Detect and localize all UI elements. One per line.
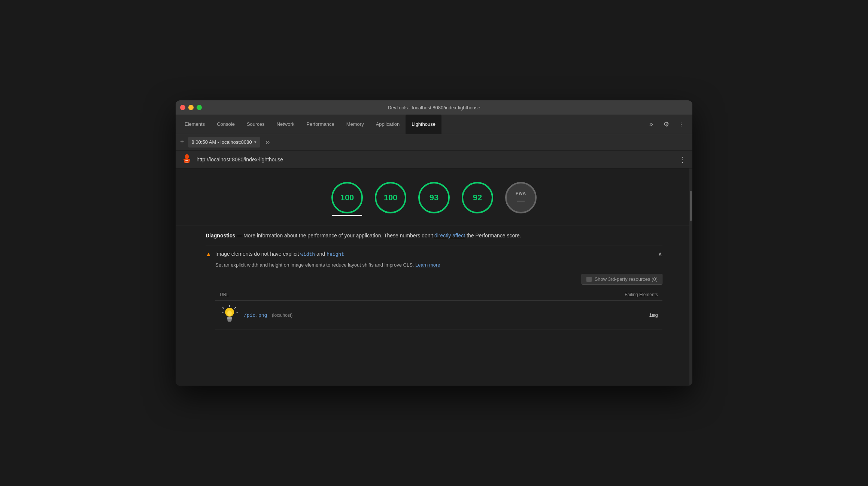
score-seo: 92 xyxy=(462,182,493,216)
devtools-more-button[interactable]: ⋮ xyxy=(676,119,686,130)
warning-and: and xyxy=(316,251,325,257)
score-circle-seo[interactable]: 92 xyxy=(462,182,493,213)
warning-title-text: Image elements do not have explicit widt… xyxy=(215,251,654,257)
svg-rect-3 xyxy=(185,162,188,162)
col-url-header: URL xyxy=(215,289,510,301)
tab-network[interactable]: Network xyxy=(271,115,301,134)
tab-sources[interactable]: Sources xyxy=(241,115,271,134)
score-circle-accessibility[interactable]: 100 xyxy=(375,182,406,213)
traffic-lights xyxy=(180,105,202,110)
table-header-row: URL Failing Elements xyxy=(215,289,662,301)
window-title: DevTools - localhost:8080/index-lighthou… xyxy=(388,105,480,110)
score-circle-performance[interactable]: 100 xyxy=(331,182,363,213)
score-circle-pwa[interactable]: PWA — xyxy=(505,182,537,213)
score-underline xyxy=(332,215,362,216)
diagnostics-description: Diagnostics — More information about the… xyxy=(206,231,662,240)
table-row: /pic.png (localhost) img xyxy=(215,301,662,329)
col-failing-header: Failing Elements xyxy=(510,289,662,301)
add-tab-button[interactable]: + xyxy=(180,138,184,146)
diagnostics-separator: — xyxy=(237,233,243,239)
svg-rect-13 xyxy=(227,320,232,321)
warning-body: Set an explicit width and height on imag… xyxy=(206,258,662,329)
lighthouse-more-button[interactable]: ⋮ xyxy=(679,155,686,164)
minimize-button[interactable] xyxy=(188,105,194,110)
gear-icon: ⚙ xyxy=(663,120,669,128)
scrollbar-thumb[interactable] xyxy=(690,191,692,221)
scrollbar-track xyxy=(689,168,692,386)
tab-application[interactable]: Application xyxy=(370,115,406,134)
thumbnail-cell: /pic.png (localhost) xyxy=(220,304,506,325)
close-button[interactable] xyxy=(180,105,185,110)
resource-table: URL Failing Elements xyxy=(215,289,662,329)
settings-button[interactable]: ⚙ xyxy=(661,119,671,130)
svg-marker-1 xyxy=(183,159,190,163)
warning-triangle-icon: ▲ xyxy=(206,251,212,258)
show-third-party-checkbox[interactable]: Show 3rd-party resources (0) xyxy=(582,274,662,285)
warning-title-row: ▲ Image elements do not have explicit wi… xyxy=(206,250,662,258)
lighthouse-url-text: http://localhost:8080/index-lighthouse xyxy=(197,157,679,162)
tab-performance[interactable]: Performance xyxy=(300,115,340,134)
score-row: 100 100 93 92 PWA xyxy=(176,176,692,225)
score-performance: 100 xyxy=(331,182,363,216)
warning-item: ▲ Image elements do not have explicit wi… xyxy=(206,246,662,334)
tab-memory[interactable]: Memory xyxy=(340,115,370,134)
score-circle-best-practices[interactable]: 93 xyxy=(418,182,450,213)
lighthouse-url-bar: http://localhost:8080/index-lighthouse ⋮ xyxy=(176,151,692,168)
resource-failing-cell: img xyxy=(510,301,662,329)
maximize-button[interactable] xyxy=(197,105,202,110)
collapse-chevron-icon[interactable]: ∧ xyxy=(658,250,662,258)
diagnostics-section: Diagnostics — More information about the… xyxy=(176,225,692,340)
resource-url-cell: /pic.png (localhost) xyxy=(215,301,510,329)
score-accessibility: 100 xyxy=(375,182,406,216)
resource-url-info: /pic.png (localhost) xyxy=(244,312,292,318)
score-best-practices: 93 xyxy=(418,182,450,216)
vertical-dots-icon: ⋮ xyxy=(678,120,685,128)
checkbox-icon xyxy=(586,277,592,282)
svg-rect-12 xyxy=(227,318,232,319)
svg-line-6 xyxy=(222,307,224,309)
warning-code-width: width xyxy=(300,252,315,257)
tab-console[interactable]: Console xyxy=(211,115,241,134)
resource-url-text[interactable]: /pic.png xyxy=(244,313,267,318)
address-input[interactable]: 8:00:50 AM - localhost:8080 ▾ xyxy=(188,137,260,148)
resource-thumbnail xyxy=(220,304,239,325)
lighthouse-logo-icon xyxy=(182,154,192,165)
tab-lighthouse[interactable]: Lighthouse xyxy=(406,115,441,134)
main-content: 100 100 93 92 PWA xyxy=(176,168,692,386)
learn-more-link[interactable]: Learn more xyxy=(415,262,440,268)
more-tabs-button[interactable]: » xyxy=(646,119,656,130)
tabs-right-controls: » ⚙ ⋮ xyxy=(646,115,689,134)
address-dropdown-icon: ▾ xyxy=(254,140,257,145)
resource-host-text: (localhost) xyxy=(272,313,292,318)
svg-rect-14 xyxy=(228,321,231,322)
title-bar: DevTools - localhost:8080/index-lighthou… xyxy=(176,100,692,115)
svg-rect-2 xyxy=(185,160,188,161)
resource-failing-text: img xyxy=(649,313,658,318)
devtools-window: DevTools - localhost:8080/index-lighthou… xyxy=(176,100,692,386)
svg-point-10 xyxy=(227,311,232,316)
tab-elements[interactable]: Elements xyxy=(179,115,211,134)
warning-code-height: height xyxy=(327,252,344,257)
svg-rect-0 xyxy=(185,154,189,159)
block-icon: ⊘ xyxy=(265,139,270,145)
svg-rect-11 xyxy=(227,317,232,318)
warning-description: Set an explicit width and height on imag… xyxy=(215,262,662,268)
tabs-bar: Elements Console Sources Network Perform… xyxy=(176,115,692,134)
directly-affect-link[interactable]: directly affect xyxy=(434,233,465,239)
third-party-row: Show 3rd-party resources (0) xyxy=(215,274,662,285)
svg-line-5 xyxy=(234,307,236,309)
score-pwa: PWA — xyxy=(505,182,537,216)
address-bar: + 8:00:50 AM - localhost:8080 ▾ ⊘ xyxy=(176,134,692,151)
